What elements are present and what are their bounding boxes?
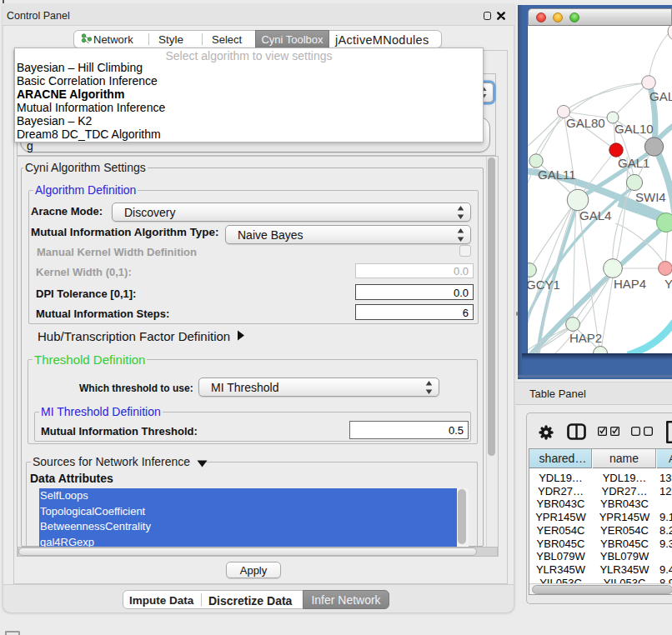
svg-text:GAL10: GAL10 — [614, 122, 654, 136]
svg-text:GAL1: GAL1 — [618, 156, 649, 170]
svg-text:Y: Y — [664, 277, 672, 291]
svg-text:GAL4: GAL4 — [579, 208, 611, 222]
svg-text:HAP2: HAP2 — [569, 331, 602, 345]
svg-text:SWI4: SWI4 — [635, 190, 666, 204]
svg-text:HAP4: HAP4 — [614, 277, 646, 291]
svg-text:GAL7: GAL7 — [649, 89, 672, 103]
svg-text:GAL11: GAL11 — [538, 168, 576, 182]
svg-text:GCY1: GCY1 — [528, 278, 560, 292]
svg-text:GAL80: GAL80 — [566, 116, 605, 130]
